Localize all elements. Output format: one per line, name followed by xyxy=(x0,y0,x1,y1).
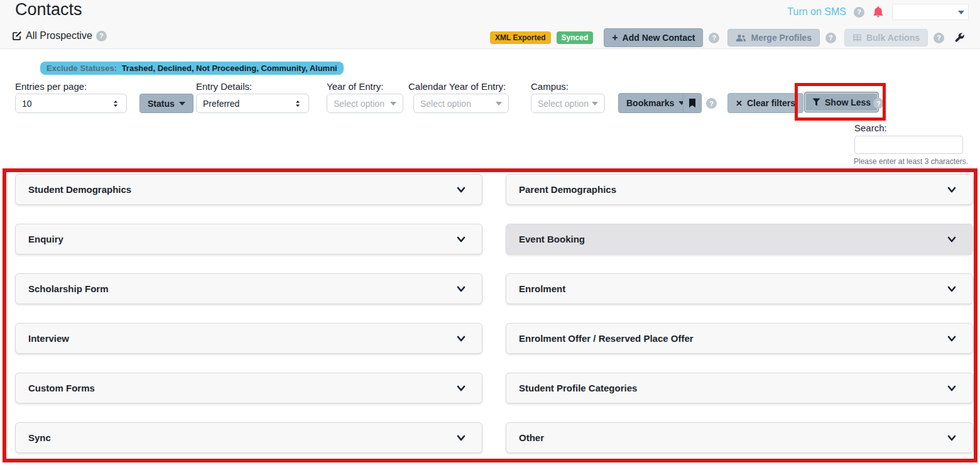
entry-details-label: Entry Details: xyxy=(196,81,252,92)
section-scholarship-form[interactable]: Scholarship Form xyxy=(15,273,482,304)
search-label: Search: xyxy=(854,123,887,133)
chevron-down-icon xyxy=(946,333,957,344)
section-student-profile-categories[interactable]: Student Profile Categories xyxy=(506,373,973,403)
entries-per-page-label: Entries per page: xyxy=(15,81,87,92)
bulk-actions-label: Bulk Actions xyxy=(866,33,920,43)
plus-icon: + xyxy=(612,32,618,43)
section-title: Student Profile Categories xyxy=(519,383,637,393)
add-contact-help-icon[interactable]: ? xyxy=(709,33,719,43)
exclude-statuses-label: Exclude Statuses: xyxy=(46,63,117,73)
section-enquiry[interactable]: Enquiry xyxy=(15,224,482,254)
year-of-entry-placeholder: Select option xyxy=(334,99,384,109)
chevron-down-icon xyxy=(455,283,467,295)
section-title: Sync xyxy=(28,432,51,443)
chevron-down-icon xyxy=(946,234,957,245)
clear-filters-button[interactable]: ✕ Clear filters xyxy=(727,93,803,113)
chevron-down-icon xyxy=(946,283,957,295)
chevron-down-icon xyxy=(455,333,467,344)
page-title: Contacts xyxy=(15,0,82,19)
status-dropdown-button[interactable]: Status xyxy=(139,94,193,113)
show-less-annotation-rectangle xyxy=(795,83,886,121)
year-of-entry-label: Year of Entry: xyxy=(327,81,383,92)
entry-details-select[interactable]: Preferred xyxy=(196,94,309,113)
chevron-down-icon xyxy=(958,11,964,14)
entry-details-value: Preferred xyxy=(203,99,239,109)
current-view-name[interactable]: All Prospective xyxy=(26,30,92,41)
campus-label: Campus: xyxy=(531,81,569,92)
chevron-down-icon xyxy=(390,102,396,106)
chevron-down-icon xyxy=(946,432,957,444)
exclude-statuses-values: Trashed, Declined, Not Proceeding, Commu… xyxy=(122,63,337,73)
section-other[interactable]: Other xyxy=(506,422,973,453)
toolbar-actions: XML Exported Synced + Add New Contact ? … xyxy=(490,28,965,47)
user-dropdown[interactable] xyxy=(892,4,969,20)
entries-per-page-select[interactable]: 10 xyxy=(15,94,127,113)
filter-sections: Student Demographics Enquiry Scholarship… xyxy=(15,174,973,453)
settings-wrench-icon[interactable] xyxy=(954,32,965,43)
section-interview[interactable]: Interview xyxy=(15,323,482,354)
chevron-down-icon xyxy=(455,432,467,444)
section-title: Enquiry xyxy=(28,234,63,244)
chevron-down-icon xyxy=(455,383,467,394)
merge-profiles-button[interactable]: Merge Profiles xyxy=(727,29,819,46)
merge-profiles-label: Merge Profiles xyxy=(751,33,811,43)
add-new-contact-button[interactable]: + Add New Contact xyxy=(604,28,703,47)
add-new-contact-label: Add New Contact xyxy=(623,33,695,43)
chevron-down-icon xyxy=(179,102,185,106)
sort-arrows-icon xyxy=(111,99,120,108)
campus-select[interactable]: Select option xyxy=(531,94,605,113)
section-enrolment[interactable]: Enrolment xyxy=(506,273,973,304)
sms-help-icon[interactable]: ? xyxy=(854,7,864,18)
calendar-year-label: Calendar Year of Entry: xyxy=(408,81,506,92)
section-title: Interview xyxy=(28,333,69,344)
bulk-actions-button: Bulk Actions xyxy=(844,29,928,46)
section-title: Event Booking xyxy=(519,234,585,244)
chevron-down-icon xyxy=(496,102,502,106)
view-row: All Prospective ? xyxy=(11,30,107,41)
bookmark-button[interactable] xyxy=(683,93,702,113)
bookmarks-dropdown-button[interactable]: Bookmarks xyxy=(618,93,693,113)
section-title: Parent Demographics xyxy=(519,184,616,195)
section-title: Enrolment Offer / Reserved Place Offer xyxy=(519,333,694,344)
clear-filters-label: Clear filters xyxy=(747,98,795,108)
chevron-down-icon xyxy=(455,234,467,245)
merge-help-icon[interactable]: ? xyxy=(825,33,836,43)
sort-arrows-icon xyxy=(293,99,302,108)
section-event-booking[interactable]: Event Booking xyxy=(506,224,973,254)
entries-per-page-value: 10 xyxy=(22,99,32,109)
bulk-help-icon[interactable]: ? xyxy=(934,33,944,43)
calendar-year-select[interactable]: Select option xyxy=(413,94,509,113)
chevron-down-icon xyxy=(946,184,957,195)
exclude-statuses-badge: Exclude Statuses: Trashed, Declined, Not… xyxy=(40,62,344,75)
search-hint: Please enter at least 3 characters. xyxy=(854,157,968,166)
section-custom-forms[interactable]: Custom Forms xyxy=(15,373,482,403)
section-sync[interactable]: Sync xyxy=(15,422,482,453)
turn-on-sms-link[interactable]: Turn on SMS xyxy=(787,6,846,18)
x-icon: ✕ xyxy=(736,99,743,108)
bookmarks-label: Bookmarks xyxy=(626,98,674,108)
section-title: Other xyxy=(519,432,544,443)
year-of-entry-select[interactable]: Select option xyxy=(327,94,403,113)
section-title: Student Demographics xyxy=(28,184,131,195)
section-parent-demographics[interactable]: Parent Demographics xyxy=(506,174,973,205)
chevron-down-icon xyxy=(592,102,598,106)
table-icon xyxy=(852,33,862,42)
section-title: Custom Forms xyxy=(28,383,95,393)
section-student-demographics[interactable]: Student Demographics xyxy=(15,174,482,205)
section-title: Scholarship Form xyxy=(28,283,109,294)
chevron-down-icon xyxy=(946,383,957,394)
calendar-year-placeholder: Select option xyxy=(420,99,471,109)
view-help-icon[interactable]: ? xyxy=(96,31,107,41)
notification-bell-icon[interactable] xyxy=(872,6,885,18)
edit-view-icon[interactable] xyxy=(11,31,22,41)
campus-placeholder: Select option xyxy=(538,99,589,109)
bookmark-icon xyxy=(689,99,696,107)
section-title: Enrolment xyxy=(519,283,565,294)
chevron-down-icon xyxy=(455,184,467,195)
bookmarks-help-icon[interactable]: ? xyxy=(706,98,717,109)
section-enrolment-offer[interactable]: Enrolment Offer / Reserved Place Offer xyxy=(506,323,973,354)
topbar-right: Turn on SMS ? xyxy=(787,4,969,20)
contacts-page: Contacts Turn on SMS ? All Prospective ?… xyxy=(0,0,980,470)
synced-badge: Synced xyxy=(557,31,594,44)
search-input[interactable] xyxy=(854,136,963,154)
